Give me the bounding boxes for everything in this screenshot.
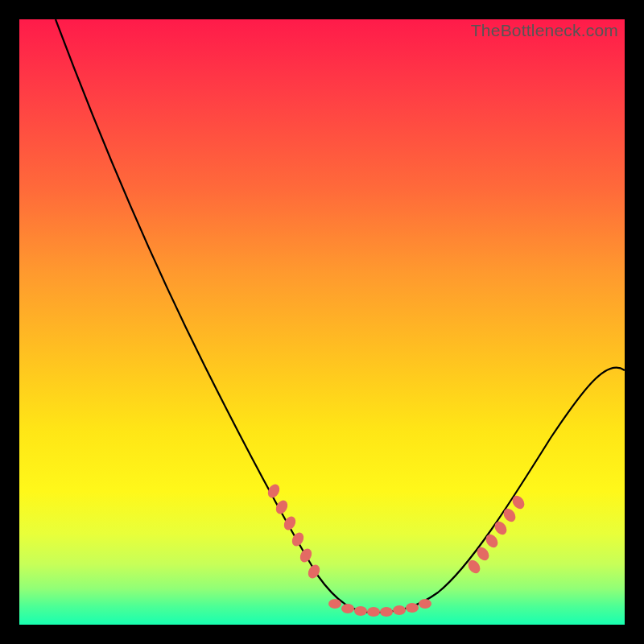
marker-dot — [328, 599, 341, 609]
marker-dot — [341, 604, 354, 613]
marker-dot — [419, 599, 431, 609]
marker-dot — [510, 493, 527, 511]
marker-dot — [393, 605, 406, 615]
marker-dot — [406, 603, 419, 613]
marker-dot — [274, 498, 290, 516]
marker-dot — [354, 606, 367, 616]
marker-dot — [475, 545, 492, 563]
marker-dot — [484, 532, 501, 550]
marker-dot — [502, 506, 518, 524]
marker-dot — [493, 519, 510, 537]
plot-area: TheBottleneck.com — [19, 19, 625, 625]
marker-dot — [298, 547, 314, 564]
watermark-label: TheBottleneck.com — [471, 21, 618, 40]
marker-dot — [367, 607, 380, 617]
chart-frame: TheBottleneck.com — [19, 19, 625, 625]
marker-dot — [380, 607, 393, 617]
chart-svg — [19, 19, 625, 625]
bottleneck-curve-path — [56, 19, 625, 613]
marker-dot — [266, 482, 282, 500]
marker-group — [266, 482, 527, 617]
